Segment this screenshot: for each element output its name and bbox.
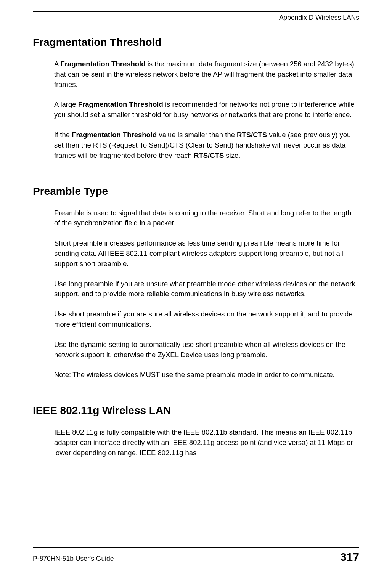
heading-fragmentation-threshold: Fragmentation Threshold (33, 36, 359, 48)
footer-page-number: 317 (340, 551, 359, 563)
preamble-note: Note: The wireless devices MUST use the … (54, 370, 359, 380)
text: value is smaller than the (157, 131, 237, 139)
preamble-para-4: Use short preamble if you are sure all w… (54, 309, 359, 330)
ieee-para-1: IEEE 802.11g is fully compatible with th… (54, 427, 359, 458)
term-rts-cts: RTS/CTS (194, 151, 224, 159)
preamble-para-2: Short preamble increases performance as … (54, 238, 359, 269)
frag-para-1: A Fragmentation Threshold is the maximum… (54, 59, 359, 90)
footer-row: P-870HN-51b User's Guide 317 (33, 551, 359, 563)
text: A large (54, 100, 78, 108)
section-spacer (33, 390, 359, 404)
footer-rule (33, 547, 359, 548)
frag-para-3: If the Fragmentation Threshold value is … (54, 130, 359, 160)
text: If the (54, 131, 72, 139)
term-fragmentation-threshold: Fragmentation Threshold (78, 100, 163, 108)
term-rts-cts: RTS/CTS (237, 131, 267, 139)
preamble-para-5: Use the dynamic setting to automatically… (54, 340, 359, 360)
heading-ieee-80211g: IEEE 802.11g Wireless LAN (33, 404, 359, 417)
preamble-para-3: Use long preamble if you are unsure what… (54, 279, 359, 300)
frag-para-2: A large Fragmentation Threshold is recom… (54, 100, 359, 120)
page-content: Appendix D Wireless LANs Fragmentation T… (0, 0, 392, 458)
note-body: The wireless devices MUST use the same p… (72, 370, 359, 380)
term-fragmentation-threshold: Fragmentation Threshold (60, 60, 145, 68)
term-fragmentation-threshold: Fragmentation Threshold (72, 131, 157, 139)
note-label: Note: (54, 370, 72, 380)
preamble-para-1: Preamble is used to signal that data is … (54, 208, 359, 229)
header-rule (33, 11, 359, 12)
page-footer: P-870HN-51b User's Guide 317 (33, 547, 359, 563)
text: size. (224, 151, 240, 159)
ieee-body: IEEE 802.11g is fully compatible with th… (54, 427, 359, 458)
heading-preamble-type: Preamble Type (33, 185, 359, 197)
footer-guide-title: P-870HN-51b User's Guide (33, 555, 114, 563)
header-appendix: Appendix D Wireless LANs (33, 14, 359, 22)
section-spacer (33, 171, 359, 185)
text: A (54, 60, 60, 68)
frag-body: A Fragmentation Threshold is the maximum… (54, 59, 359, 161)
preamble-body: Preamble is used to signal that data is … (54, 208, 359, 380)
